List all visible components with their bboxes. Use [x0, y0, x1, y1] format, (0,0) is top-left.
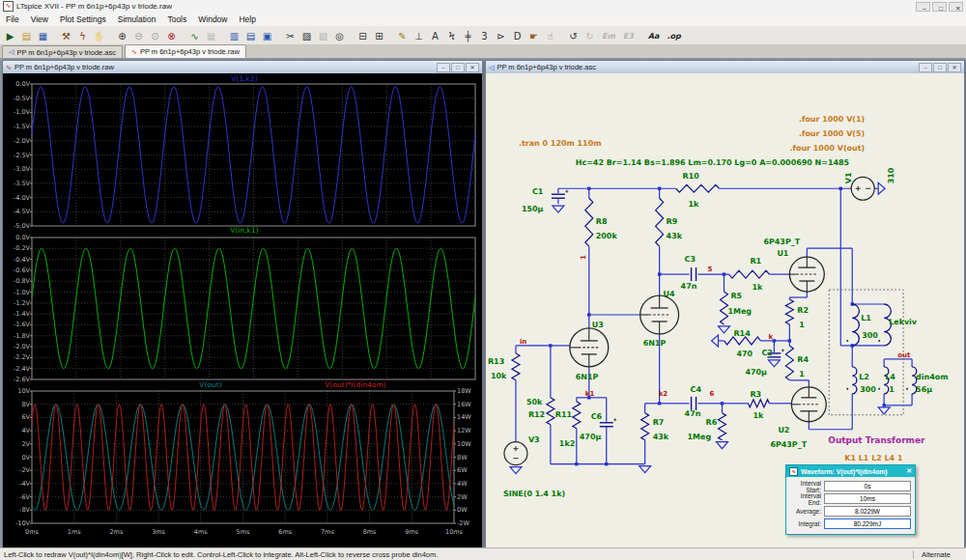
resistor-symbol[interactable]	[785, 299, 793, 324]
dialog-field-input[interactable]	[824, 518, 911, 529]
component-label[interactable]: 43k	[667, 232, 683, 240]
autorange-icon[interactable]: ∿	[186, 28, 203, 43]
component-label[interactable]: 310	[887, 167, 895, 183]
node-label[interactable]: 1	[580, 255, 587, 260]
zoom-in-icon[interactable]: ⊕	[114, 28, 130, 43]
undo-icon[interactable]: ↺	[565, 28, 582, 43]
paste-icon[interactable]: ▧	[315, 28, 331, 43]
voltage-source-symbol[interactable]	[504, 442, 527, 465]
node-label[interactable]: k1	[585, 390, 595, 398]
dialog-field-input[interactable]	[824, 481, 911, 491]
tab-raw[interactable]: ∿PP m 6n1p+6p43p v triode.raw	[125, 44, 246, 58]
component-label[interactable]: 470µ	[580, 433, 602, 441]
component-label[interactable]: R7	[653, 418, 665, 427]
component-label[interactable]: L4	[885, 373, 895, 381]
component-label[interactable]: R3	[750, 390, 761, 399]
component-label[interactable]: C1	[532, 187, 543, 196]
menu-window[interactable]: Window	[192, 14, 233, 25]
op-icon[interactable]: .op	[663, 28, 684, 43]
resistor-symbol[interactable]	[641, 413, 649, 440]
component-label[interactable]: din4om	[916, 373, 948, 381]
menu-help[interactable]: Help	[233, 14, 261, 25]
run-man-icon[interactable]: ϟ	[74, 28, 91, 43]
component-label[interactable]: 150µ	[522, 205, 544, 213]
component-label[interactable]: 470	[736, 350, 753, 358]
ground-symbol[interactable]	[510, 467, 522, 474]
menu-file[interactable]: File	[0, 14, 25, 25]
cascade-icon[interactable]: ▣	[259, 28, 275, 43]
component-label[interactable]: 6P43P_T	[770, 440, 807, 449]
save-icon[interactable]: ▦	[35, 28, 51, 43]
component-label[interactable]: Hc=42 Br=1.14 Bs=1.896 Lm=0.170 Lg=0 A=0…	[576, 158, 849, 167]
diode-icon[interactable]: ⊳	[493, 28, 509, 43]
component-label[interactable]: 300	[862, 331, 878, 340]
component-label[interactable]: R13	[488, 357, 504, 366]
ground-symbol[interactable]	[712, 335, 719, 347]
node-label[interactable]: k	[768, 333, 773, 341]
node-label[interactable]: k2	[659, 390, 668, 398]
dialog-close-icon[interactable]: ✕	[906, 467, 912, 475]
component-label[interactable]: R1	[750, 257, 761, 266]
wire-icon[interactable]: ✎	[394, 28, 411, 43]
dialog-field-input[interactable]	[824, 506, 911, 517]
drag-hand-icon[interactable]: ☝	[542, 28, 558, 43]
resistor-symbol[interactable]	[748, 400, 769, 407]
component-label[interactable]: 6N1P	[576, 373, 599, 381]
spice-directive[interactable]: K1 L1 L2 L4 1	[844, 454, 902, 462]
ground-symbol[interactable]	[878, 182, 885, 194]
minimize-button[interactable]: –	[437, 63, 450, 72]
component-label[interactable]: 56µ	[916, 385, 932, 394]
resistor-symbol[interactable]	[573, 402, 581, 429]
ground-symbol[interactable]	[639, 466, 651, 473]
component-label[interactable]: R6	[706, 418, 718, 427]
copy-icon[interactable]: ▨	[298, 28, 315, 43]
tile-horz-icon[interactable]: ▤	[242, 28, 259, 43]
redo-icon[interactable]: ↻	[582, 28, 598, 43]
mirror-icon[interactable]: Em	[598, 28, 619, 43]
component-label[interactable]: R8	[596, 217, 608, 226]
resistor-symbol[interactable]	[721, 292, 728, 324]
close-button[interactable]: ✕	[466, 63, 479, 72]
component-label[interactable]: R5	[730, 292, 742, 300]
component-label[interactable]: 470µ	[745, 368, 767, 377]
zoom-extents-icon[interactable]: ⊗	[163, 28, 180, 43]
trace-label[interactable]: V(1,k2)	[231, 74, 257, 83]
resistor-symbol[interactable]	[719, 413, 726, 440]
run-icon[interactable]: ▶	[2, 28, 18, 43]
ground-symbol[interactable]	[719, 326, 730, 333]
resistor-symbol[interactable]	[728, 270, 769, 278]
component-label[interactable]: V3	[528, 435, 540, 444]
component-label[interactable]: SINE(0 1.4 1k)	[503, 490, 565, 498]
component-label[interactable]: 43k	[653, 433, 669, 441]
maximize-button[interactable]: □	[451, 63, 465, 72]
text-icon[interactable]: Aa	[644, 28, 664, 43]
inductor-symbol[interactable]	[852, 304, 859, 346]
move-hand-icon[interactable]: ☛	[526, 28, 542, 43]
component-label[interactable]: C2	[761, 349, 772, 357]
component-label[interactable]: 300	[860, 385, 876, 394]
spice-directive[interactable]: .four 1000 V(out)	[789, 144, 865, 153]
component-label[interactable]: R10	[683, 172, 700, 181]
component-label[interactable]: 1k2	[559, 439, 575, 448]
menu-tools[interactable]: Tools	[161, 14, 192, 25]
spice-directive[interactable]: .tran 0 120m 110m	[519, 139, 602, 148]
print-icon[interactable]: ⊟	[355, 28, 371, 43]
ground-symbol[interactable]	[717, 442, 728, 449]
component-label[interactable]: 1Meg	[727, 307, 752, 316]
capacitor-icon[interactable]: ╪	[460, 28, 476, 43]
close-button[interactable]: ✕	[948, 63, 961, 72]
resistor-symbol[interactable]	[547, 398, 554, 425]
resistor-symbol[interactable]	[724, 337, 761, 345]
ground-icon[interactable]: ⊥	[411, 28, 427, 43]
resistor-icon[interactable]: Ϟ	[443, 28, 460, 43]
resistor-symbol[interactable]	[656, 198, 664, 246]
trace-label[interactable]: V(in,k1)	[230, 226, 258, 235]
control-panel-icon[interactable]: ⚒	[58, 28, 74, 43]
component-label[interactable]: Lekviv	[889, 318, 918, 326]
component-label[interactable]: 10k	[491, 372, 507, 380]
component-label[interactable]: R14	[733, 329, 751, 338]
label-icon[interactable]: A	[427, 28, 443, 43]
component-label[interactable]: R11	[555, 410, 572, 419]
halt-icon[interactable]: ✋	[91, 28, 107, 43]
component-label[interactable]: C6	[591, 412, 603, 421]
